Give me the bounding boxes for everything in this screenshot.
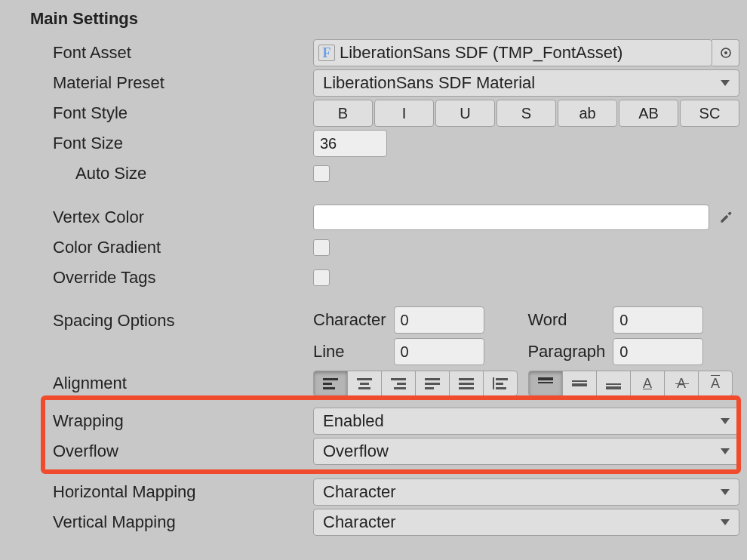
eyedropper-icon — [718, 210, 733, 225]
svg-rect-12 — [425, 383, 440, 385]
svg-rect-26 — [606, 386, 621, 389]
valign-baseline-button[interactable]: A — [630, 371, 665, 396]
svg-rect-7 — [358, 387, 370, 389]
valign-top-icon — [536, 376, 555, 391]
override-tags-checkbox[interactable] — [313, 269, 330, 286]
align-justify-button[interactable] — [415, 371, 450, 396]
svg-rect-19 — [496, 383, 503, 385]
font-size-input[interactable]: 36 — [313, 130, 387, 157]
svg-rect-23 — [572, 380, 587, 382]
valign-bottom-button[interactable] — [596, 371, 631, 396]
svg-rect-17 — [493, 377, 494, 389]
color-gradient-checkbox[interactable] — [313, 239, 330, 256]
caret-down-icon — [721, 489, 730, 495]
alignment-buttons: A A A — [313, 371, 739, 396]
overflow-dropdown[interactable]: Overflow — [313, 438, 739, 465]
label-spacing-paragraph: Paragraph — [527, 342, 605, 362]
row-spacing: Spacing Options Character 0 Word 0 Line … — [0, 306, 747, 368]
label-font-size: Font Size — [53, 134, 313, 153]
midline-icon: A — [677, 376, 686, 392]
h-mapping-dropdown[interactable]: Character — [313, 478, 739, 506]
align-right-button[interactable] — [381, 371, 416, 396]
valign-midline-button[interactable]: A — [664, 371, 699, 396]
svg-rect-3 — [323, 383, 332, 385]
style-lowercase-button[interactable]: ab — [558, 100, 617, 127]
row-vertex-color: Vertex Color — [0, 202, 747, 232]
spacing-word-input[interactable]: 0 — [613, 306, 703, 334]
style-underline-button[interactable]: U — [435, 100, 495, 127]
eyedropper-button[interactable] — [712, 205, 739, 230]
style-bold-button[interactable]: B — [313, 100, 373, 127]
vertex-color-field[interactable] — [313, 205, 709, 230]
font-asset-field[interactable]: F LiberationSans SDF (TMP_FontAsset) — [313, 39, 712, 66]
align-left-button[interactable] — [313, 371, 348, 396]
svg-rect-6 — [360, 383, 369, 385]
label-spacing-line: Line — [313, 342, 386, 362]
svg-rect-22 — [538, 382, 553, 383]
svg-rect-11 — [425, 378, 440, 380]
style-italic-button[interactable]: I — [374, 100, 434, 127]
label-color-gradient: Color Gradient — [53, 238, 313, 257]
svg-rect-5 — [357, 378, 372, 380]
row-font-style: Font Style B I U S ab AB SC — [0, 98, 747, 128]
svg-rect-18 — [496, 378, 508, 380]
valign-middle-button[interactable] — [562, 371, 597, 396]
overflow-value: Overflow — [323, 442, 389, 461]
style-uppercase-button[interactable]: AB — [619, 100, 678, 127]
spacing-character-input[interactable]: 0 — [394, 306, 484, 334]
svg-rect-10 — [394, 387, 406, 389]
svg-rect-14 — [459, 378, 474, 380]
spacing-line-input[interactable]: 0 — [394, 338, 484, 365]
row-wrapping: Wrapping Enabled — [0, 406, 747, 436]
wrapping-dropdown[interactable]: Enabled — [313, 408, 739, 435]
v-mapping-dropdown[interactable]: Character — [313, 509, 739, 536]
label-override-tags: Override Tags — [53, 268, 313, 288]
align-geometry-icon — [491, 376, 509, 391]
label-spacing-character: Character — [313, 310, 386, 330]
label-material-preset: Material Preset — [53, 73, 313, 93]
label-wrapping: Wrapping — [53, 411, 313, 431]
row-material-preset: Material Preset LiberationSans SDF Mater… — [0, 68, 747, 98]
align-flush-button[interactable] — [449, 371, 484, 396]
label-overflow: Overflow — [53, 442, 313, 461]
align-justify-icon — [423, 376, 441, 391]
h-mapping-value: Character — [323, 482, 396, 502]
align-center-icon — [355, 376, 374, 391]
align-geometry-button[interactable] — [483, 371, 518, 396]
svg-rect-13 — [425, 387, 434, 389]
style-smallcaps-button[interactable]: SC — [680, 100, 739, 127]
caret-down-icon — [721, 418, 730, 424]
object-picker-button[interactable] — [712, 39, 739, 66]
row-font-asset: Font Asset F LiberationSans SDF (TMP_Fon… — [0, 38, 747, 68]
style-strike-button[interactable]: S — [496, 100, 556, 127]
label-alignment: Alignment — [53, 374, 313, 393]
spacing-paragraph-input[interactable]: 0 — [613, 338, 703, 365]
caret-down-icon — [721, 448, 730, 454]
auto-size-checkbox[interactable] — [313, 165, 330, 182]
inspector-panel: Main Settings Font Asset F LiberationSan… — [0, 0, 747, 537]
valign-middle-icon — [570, 376, 589, 391]
svg-point-1 — [724, 51, 727, 54]
valign-capline-button[interactable]: A — [698, 371, 733, 396]
label-vertex-color: Vertex Color — [53, 208, 313, 227]
valign-bottom-icon — [604, 376, 622, 391]
svg-rect-16 — [459, 387, 474, 389]
row-auto-size: Auto Size — [0, 158, 747, 189]
svg-rect-4 — [323, 387, 335, 389]
row-overflow: Overflow Overflow — [0, 436, 747, 466]
caret-down-icon — [721, 80, 730, 86]
material-preset-value: LiberationSans SDF Material — [323, 73, 535, 93]
svg-rect-9 — [397, 383, 406, 385]
svg-rect-2 — [323, 378, 338, 380]
material-preset-dropdown[interactable]: LiberationSans SDF Material — [313, 69, 739, 97]
row-h-mapping: Horizontal Mapping Character — [0, 477, 747, 507]
font-asset-value: LiberationSans SDF (TMP_FontAsset) — [340, 43, 622, 63]
svg-rect-25 — [606, 383, 621, 385]
label-auto-size: Auto Size — [75, 164, 313, 183]
align-center-button[interactable] — [347, 371, 382, 396]
row-v-mapping: Vertical Mapping Character — [0, 507, 747, 537]
valign-top-button[interactable] — [528, 371, 563, 396]
label-spacing-word: Word — [527, 310, 605, 330]
label-font-style: Font Style — [53, 103, 313, 123]
row-alignment: Alignment — [0, 368, 747, 398]
